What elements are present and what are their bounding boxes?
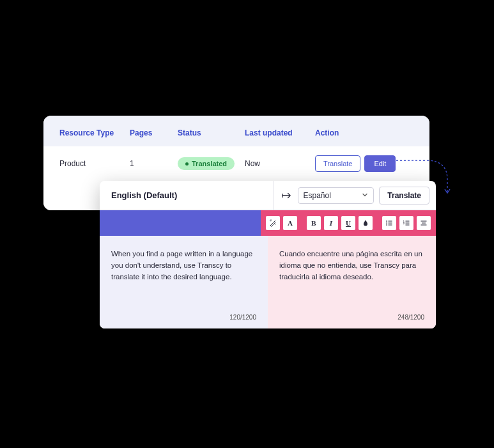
svg-text:2: 2 — [403, 222, 405, 225]
svg-point-1 — [386, 222, 387, 224]
source-text-pane: When you find a page written in a langua… — [100, 236, 268, 328]
bold-button[interactable]: B — [307, 216, 321, 230]
editor-body: When you find a page written in a langua… — [100, 236, 436, 328]
toolbar-separator — [302, 217, 302, 229]
cell-action: Translate Edit — [315, 155, 392, 172]
swap-icon[interactable] — [280, 191, 293, 200]
translate-button[interactable]: Translate — [315, 155, 360, 172]
status-dot-icon — [185, 162, 189, 166]
svg-point-0 — [386, 220, 387, 222]
target-text-pane[interactable]: Cuando encuentre una página escrita en u… — [268, 236, 436, 328]
magic-wand-button[interactable] — [266, 216, 280, 230]
target-text: Cuando encuentre una página escrita en u… — [279, 249, 424, 306]
translation-editor: English (Default) Español Translate A B … — [100, 181, 436, 328]
source-lang-label: English (Default) — [100, 181, 273, 210]
col-resource-type: Resource Type — [59, 128, 130, 137]
font-family-button[interactable]: A — [283, 216, 297, 230]
table-header-row: Resource Type Pages Status Last updated … — [43, 116, 429, 146]
status-text: Translated — [192, 160, 227, 167]
chevron-down-icon — [362, 191, 368, 200]
target-lang-select[interactable]: Español — [298, 187, 374, 204]
editor-toolbar-row: A B I U 12 — [100, 210, 436, 236]
cell-pages: 1 — [130, 159, 178, 168]
source-ribbon — [100, 210, 261, 236]
target-toolbar: A B I U 12 — [261, 210, 436, 236]
edit-button[interactable]: Edit — [364, 155, 396, 172]
underline-button[interactable]: U — [341, 216, 355, 230]
cell-resource-type: Product — [59, 159, 130, 168]
bullet-list-button[interactable] — [382, 216, 396, 230]
col-last-updated: Last updated — [245, 128, 315, 137]
toolbar-separator — [377, 217, 378, 229]
cell-status: Translated — [178, 157, 245, 170]
editor-header: English (Default) Español Translate — [100, 181, 436, 210]
cell-last-updated: Now — [245, 159, 315, 168]
translate-action-button[interactable]: Translate — [379, 187, 429, 205]
col-pages: Pages — [130, 128, 178, 137]
col-status: Status — [178, 128, 245, 137]
italic-button[interactable]: I — [324, 216, 338, 230]
target-char-count: 248/1200 — [279, 313, 424, 323]
numbered-list-button[interactable]: 12 — [399, 216, 413, 230]
target-lang-controls: Español Translate — [273, 181, 436, 210]
col-action: Action — [315, 128, 392, 137]
align-button[interactable] — [417, 216, 431, 230]
source-text: When you find a page written in a langua… — [111, 249, 256, 306]
source-char-count: 120/1200 — [111, 313, 256, 323]
target-lang-value: Español — [304, 191, 331, 200]
color-fill-button[interactable] — [359, 216, 373, 230]
status-badge: Translated — [178, 157, 235, 170]
svg-point-2 — [386, 224, 387, 226]
